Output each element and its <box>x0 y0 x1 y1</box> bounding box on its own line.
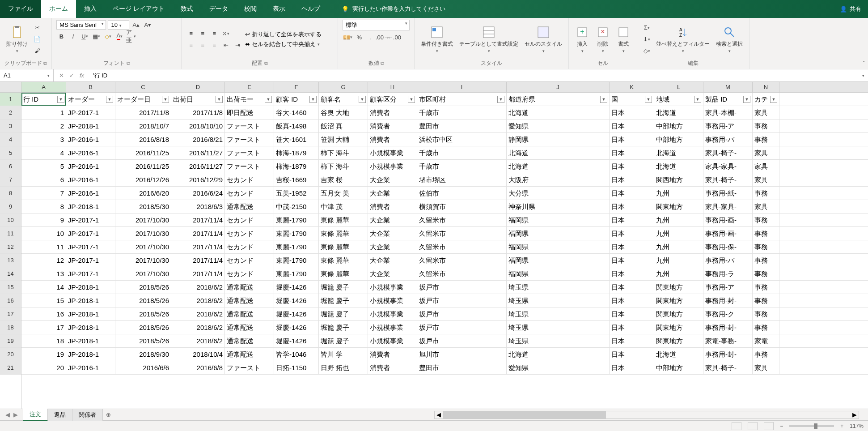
data-cell[interactable]: 事務 <box>753 281 779 294</box>
data-cell[interactable]: 東條 麗華 <box>319 254 368 267</box>
column-header-E[interactable]: E <box>225 82 274 92</box>
data-cell[interactable]: 日本 <box>610 146 654 159</box>
data-cell[interactable]: 中部地方 <box>654 120 703 132</box>
decrease-indent-button[interactable]: ⇤ <box>221 40 231 50</box>
increase-decimal-button[interactable]: .00→ <box>377 32 387 42</box>
data-cell[interactable]: セカンド <box>225 254 274 267</box>
header-cell[interactable]: 顧客名▼ <box>319 93 368 106</box>
data-cell[interactable]: 2017/11/4 <box>171 254 225 267</box>
data-cell[interactable]: 2017/10/30 <box>115 240 171 253</box>
tab-page-layout[interactable]: ページ レイアウト <box>105 0 173 18</box>
data-cell[interactable]: 関東地方 <box>654 294 703 307</box>
data-cell[interactable]: ファースト <box>225 146 274 159</box>
header-cell[interactable]: 製品 ID▼ <box>703 93 753 106</box>
header-cell[interactable]: 市区町村▼ <box>417 93 507 106</box>
filter-button[interactable]: ▼ <box>57 96 64 103</box>
data-cell[interactable]: JP-2018-1 <box>66 321 115 334</box>
data-cell[interactable]: 皆学-1046 <box>274 348 319 361</box>
data-cell[interactable]: 佐伯市 <box>417 187 507 200</box>
header-cell[interactable]: 地域▼ <box>654 93 703 106</box>
row-header-12[interactable]: 12 <box>0 240 21 254</box>
data-cell[interactable]: 事務用-ア <box>703 120 753 132</box>
font-color-button[interactable]: A▾ <box>114 31 124 41</box>
data-cell[interactable]: 2018/5/26 <box>115 321 171 334</box>
data-cell[interactable]: 5 <box>21 160 66 173</box>
tab-home[interactable]: ホーム <box>41 0 76 18</box>
data-cell[interactable]: 1 <box>21 106 66 119</box>
tab-data[interactable]: データ <box>201 0 236 18</box>
data-cell[interactable]: 小規模事業 <box>368 146 417 159</box>
data-cell[interactable]: 柿海-1879 <box>274 146 319 159</box>
merge-center-button[interactable]: ⬌ セルを結合して中央揃え ▾ <box>245 40 322 48</box>
data-cell[interactable]: 五月女 美 <box>319 187 368 200</box>
data-cell[interactable]: 大企業 <box>368 227 417 240</box>
data-cell[interactable]: 2016/6/6 <box>115 361 171 374</box>
row-header-6[interactable]: 6 <box>0 160 21 173</box>
data-cell[interactable]: 事務 <box>753 294 779 307</box>
data-cell[interactable]: 中茂-2150 <box>274 200 319 213</box>
data-cell[interactable]: 事務用-画- <box>703 227 753 240</box>
spreadsheet-grid[interactable]: ABCDEFGHIJKLMN 1234567891011121314151617… <box>0 82 868 409</box>
column-header-H[interactable]: H <box>368 82 417 92</box>
header-cell[interactable]: 都道府県▼ <box>507 93 610 106</box>
data-cell[interactable]: 事務用-封- <box>703 321 753 334</box>
row-header-4[interactable]: 4 <box>0 133 21 146</box>
data-cell[interactable]: 6 <box>21 173 66 186</box>
data-cell[interactable]: 堀籠 慶子 <box>319 294 368 307</box>
row-header-16[interactable]: 16 <box>0 294 21 307</box>
data-cell[interactable]: 2017/10/30 <box>115 213 171 226</box>
data-cell[interactable]: セカンド <box>225 213 274 226</box>
sheet-tab-2[interactable]: 関係者 <box>72 409 103 421</box>
data-cell[interactable]: 事務 <box>753 133 779 146</box>
column-header-L[interactable]: L <box>654 82 703 92</box>
filter-button[interactable]: ▼ <box>162 96 169 103</box>
data-cell[interactable]: 通常配送 <box>225 200 274 213</box>
data-cell[interactable]: 千歳市 <box>417 160 507 173</box>
data-cell[interactable]: 2018/5/26 <box>115 281 171 294</box>
data-cell[interactable]: 福岡県 <box>507 240 610 253</box>
data-cell[interactable]: 谷大-1460 <box>274 106 319 119</box>
sheet-tab-1[interactable]: 返品 <box>48 409 72 421</box>
data-cell[interactable]: 2018/9/30 <box>115 348 171 361</box>
data-cell[interactable]: 堀籠 慶子 <box>319 334 368 347</box>
decrease-decimal-button[interactable]: ←.00 <box>389 32 399 42</box>
data-cell[interactable]: JP-2016-1 <box>66 173 115 186</box>
number-launcher[interactable]: ⧉ <box>381 60 384 66</box>
data-cell[interactable]: 家具-家具- <box>703 160 753 173</box>
data-cell[interactable]: 16 <box>21 307 66 320</box>
data-cell[interactable]: JP-2017-1 <box>66 267 115 280</box>
data-cell[interactable]: 2018/10/7 <box>115 120 171 132</box>
data-cell[interactable]: JP-2018-1 <box>66 307 115 320</box>
data-cell[interactable]: 久留米市 <box>417 240 507 253</box>
data-cell[interactable]: 2016/6/8 <box>171 361 225 374</box>
data-cell[interactable]: 日拓-1150 <box>274 361 319 374</box>
font-name-select[interactable]: MS Sans Serif ▾ <box>56 20 106 30</box>
data-cell[interactable]: 2018/6/3 <box>171 200 225 213</box>
data-cell[interactable]: JP-2018-1 <box>66 200 115 213</box>
data-cell[interactable]: JP-2017-1 <box>66 227 115 240</box>
row-header-2[interactable]: 2 <box>0 106 21 120</box>
column-header-G[interactable]: G <box>319 82 368 92</box>
data-cell[interactable]: 事務 <box>753 187 779 200</box>
data-cell[interactable]: 事務用-紙- <box>703 187 753 200</box>
data-cell[interactable]: 18 <box>21 334 66 347</box>
column-header-D[interactable]: D <box>171 82 225 92</box>
data-cell[interactable]: 日本 <box>610 321 654 334</box>
data-cell[interactable]: 事務用-封- <box>703 294 753 307</box>
data-cell[interactable]: 小規模事業 <box>368 321 417 334</box>
data-cell[interactable]: 事務用-バ <box>703 254 753 267</box>
data-cell[interactable]: 2016/8/18 <box>115 133 171 146</box>
orientation-button[interactable]: ⤭▾ <box>221 29 231 38</box>
data-cell[interactable]: 久留米市 <box>417 227 507 240</box>
data-cell[interactable]: 小規模事業 <box>368 160 417 173</box>
scroll-left-button[interactable]: ◀ <box>435 411 443 418</box>
data-cell[interactable]: 福岡県 <box>507 254 610 267</box>
data-cell[interactable]: 日本 <box>610 294 654 307</box>
data-cell[interactable]: 小規模事業 <box>368 281 417 294</box>
tab-file[interactable]: ファイル <box>0 0 41 18</box>
data-cell[interactable]: 家具-椅子- <box>703 173 753 186</box>
data-cell[interactable]: 堀籠 慶子 <box>319 281 368 294</box>
data-cell[interactable]: 吉桜-1669 <box>274 173 319 186</box>
data-cell[interactable]: 日本 <box>610 307 654 320</box>
data-cell[interactable]: 北海道 <box>654 106 703 119</box>
